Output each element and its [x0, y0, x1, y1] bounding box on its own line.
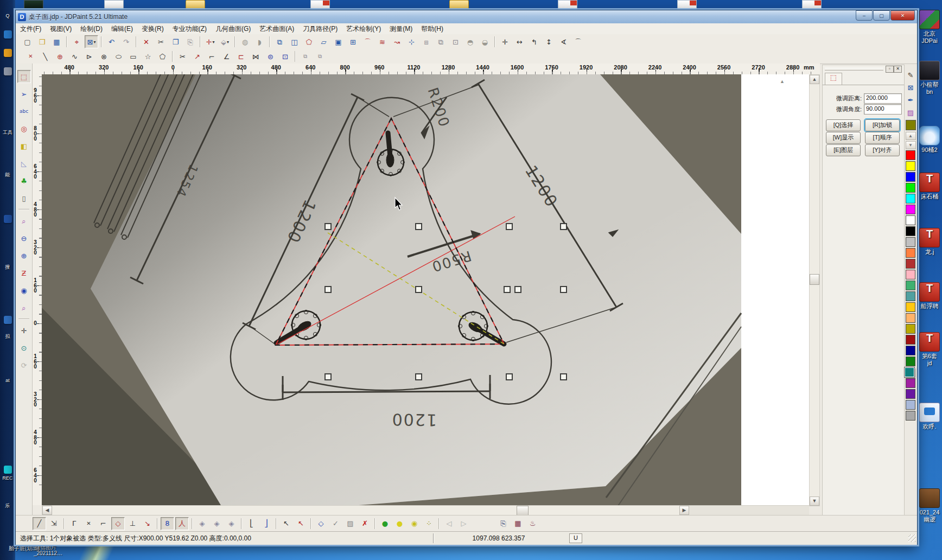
left-desktop-item-13[interactable]: 乐: [1, 502, 14, 510]
move-axis[interactable]: ✛▾: [203, 35, 217, 48]
left-desktop-item-3[interactable]: [1, 67, 14, 77]
ortho-b[interactable]: ⎦: [259, 517, 273, 530]
select-box-dropdown[interactable]: ▾: [93, 40, 96, 44]
draw-star[interactable]: ☆: [141, 50, 155, 63]
cut[interactable]: ✂: [154, 35, 168, 48]
join-curves[interactable]: ⋈: [249, 50, 263, 63]
menu-item-5[interactable]: 专业功能(Z): [168, 23, 211, 35]
scroll-left-arrow[interactable]: ◀: [42, 506, 52, 515]
color-swatch-6[interactable]: [906, 215, 915, 225]
measure-angle[interactable]: ∢: [557, 35, 570, 48]
color-swatch-23[interactable]: [906, 400, 915, 410]
desktop-icon-0[interactable]: 北京 JDPai: [917, 10, 942, 44]
plane-zx[interactable]: ◈: [225, 517, 238, 530]
draw-polygon[interactable]: ⬠: [156, 50, 169, 63]
snap-quadrant[interactable]: ◇: [111, 517, 125, 530]
snap-perp[interactable]: ⊥: [126, 517, 139, 530]
dot-table[interactable]: ▦: [511, 517, 525, 530]
arc-array[interactable]: ≋: [375, 35, 389, 48]
color-swatch-18[interactable]: [906, 346, 915, 355]
nudge-distance-input[interactable]: 200.000: [864, 93, 902, 104]
vertical-scroll-thumb[interactable]: [810, 274, 819, 285]
plane-yz[interactable]: ◈: [210, 517, 224, 530]
measure-polyline[interactable]: ↰: [527, 35, 541, 48]
color-swatch-4[interactable]: [906, 194, 915, 203]
measure-dim[interactable]: ↕: [542, 35, 556, 48]
mirror[interactable]: ◫: [288, 35, 301, 48]
selection-handle[interactable]: [324, 286, 332, 293]
color-swatch-15[interactable]: [906, 313, 915, 323]
page-prev[interactable]: ◁: [442, 517, 456, 530]
desktop-icon-5[interactable]: 船浮聘: [917, 282, 942, 310]
maximize-button[interactable]: ▢: [873, 10, 890, 21]
view-cube-dropdown[interactable]: ▾: [227, 40, 229, 44]
color-swatch-7[interactable]: [906, 226, 915, 236]
select-button[interactable]: [Q]选择: [826, 119, 861, 131]
horizontal-scroll-thumb[interactable]: [517, 506, 529, 516]
order-button[interactable]: [T]顺序: [865, 132, 900, 144]
selection-handle[interactable]: [415, 286, 422, 293]
desktop-icon-8[interactable]: 021_24 幽逻: [917, 488, 942, 523]
paste[interactable]: ⎘: [183, 35, 197, 48]
top-desktop-icon-2[interactable]: [186, 0, 205, 10]
left-desktop-item-8[interactable]: [1, 316, 14, 325]
desktop-icon-7[interactable]: 欢呼.: [917, 403, 942, 430]
draw-circle-center[interactable]: ⊕: [53, 50, 67, 63]
color-swatch-12[interactable]: [906, 281, 915, 290]
color-swatch-8[interactable]: [906, 237, 915, 247]
refresh[interactable]: ⟳: [17, 359, 31, 372]
pick-add[interactable]: ↖: [279, 517, 293, 530]
fillet[interactable]: ⌐: [205, 50, 219, 63]
inner-offset[interactable]: ⊡: [278, 50, 292, 63]
menu-item-1[interactable]: 视图(V): [46, 23, 76, 35]
scroll-up-arrow[interactable]: ▲: [810, 75, 819, 84]
color-swatch-20[interactable]: [905, 367, 914, 377]
selection-handle[interactable]: [415, 373, 422, 380]
light-green[interactable]: ●: [378, 517, 392, 530]
title-bar[interactable]: D 桌子面.jdp - JDPaint 5.21 Ultimate – ▢ ✕: [16, 10, 917, 24]
color-swatch-10[interactable]: [906, 259, 915, 269]
selection-handle[interactable]: [506, 223, 513, 230]
color-swatch-24[interactable]: [906, 411, 915, 421]
box-deform[interactable]: ▣: [332, 35, 345, 48]
palette-scroll-down[interactable]: ▼: [906, 141, 916, 149]
snap-free[interactable]: ╱: [33, 517, 46, 530]
tool-eraser[interactable]: ◺: [17, 157, 31, 170]
left-desktop-item-11[interactable]: [1, 466, 14, 475]
left-desktop-item-4[interactable]: 工具: [1, 129, 14, 136]
horizontal-scrollbar[interactable]: ◀ ▶: [42, 505, 690, 516]
snap-node[interactable]: ↘: [141, 517, 154, 530]
draw-rect[interactable]: ▭: [126, 50, 140, 63]
color-swatch-16[interactable]: [906, 324, 915, 334]
left-desktop-item-1[interactable]: [1, 30, 14, 40]
menu-item-6[interactable]: 几何曲面(G): [211, 23, 255, 35]
color-dropper[interactable]: ✒: [905, 94, 916, 106]
new-file[interactable]: ▢: [21, 35, 34, 48]
color-swatch-22[interactable]: [906, 389, 915, 399]
shade-solid[interactable]: ◗: [253, 35, 266, 48]
pick-remove[interactable]: ↖: [294, 517, 308, 530]
open-file[interactable]: ❒: [35, 35, 49, 48]
color-swatch-19[interactable]: [906, 357, 915, 366]
selection-handle[interactable]: [504, 286, 511, 293]
chamfer[interactable]: ∠: [220, 50, 233, 63]
snap-guide[interactable]: 人: [175, 517, 189, 530]
desktop-icon-2[interactable]: 90桶2: [917, 126, 942, 154]
left-desktop-item-9[interactable]: 拟: [1, 333, 14, 340]
select-box[interactable]: ⊠▾: [85, 35, 98, 48]
zoom-in[interactable]: ⊕: [17, 249, 31, 262]
zoom-window[interactable]: ⌕: [17, 214, 31, 227]
group[interactable]: ⧈: [419, 35, 433, 48]
layer-button[interactable]: [E]图层: [826, 144, 861, 156]
color-swatch-0[interactable]: [906, 150, 915, 160]
zoom-previous[interactable]: Ƶ: [17, 266, 31, 279]
view-cube[interactable]: ⬙▾: [218, 35, 232, 48]
light-pair[interactable]: ⁘: [422, 517, 436, 530]
view-eye[interactable]: ◉: [17, 284, 31, 297]
menu-item-8[interactable]: 刀具路径(P): [298, 23, 342, 35]
top-desktop-icon-3[interactable]: [310, 0, 330, 10]
zoom-all[interactable]: ⌕: [17, 301, 31, 314]
tool-spray[interactable]: ♣: [17, 174, 31, 187]
nudge-move[interactable]: ◇: [314, 517, 328, 530]
desktop-icon-3[interactable]: 床石桶: [917, 173, 942, 200]
